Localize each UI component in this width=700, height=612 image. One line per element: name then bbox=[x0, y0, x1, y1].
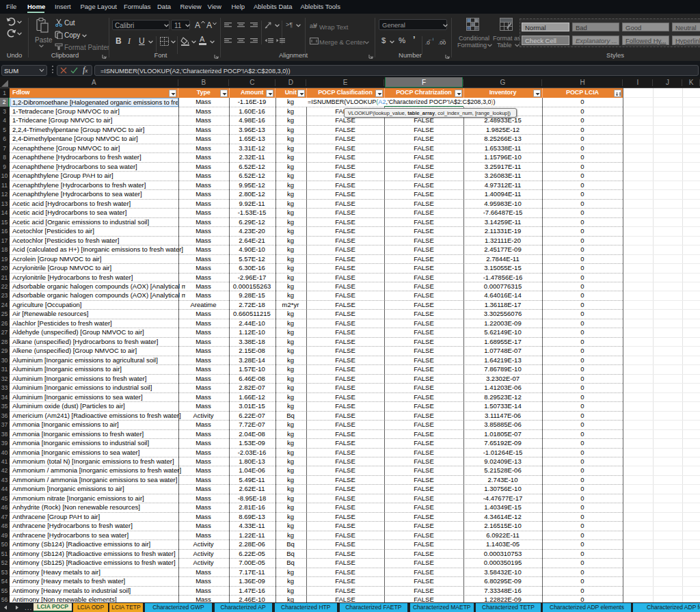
svg-text:←0: ←0 bbox=[428, 37, 433, 42]
svg-text:→: → bbox=[441, 37, 446, 42]
